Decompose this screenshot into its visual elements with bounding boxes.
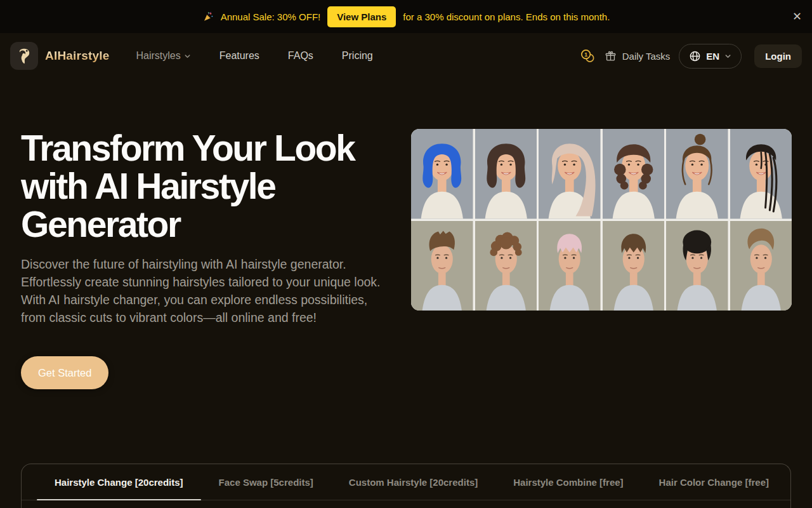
- portrait-platinum-waves: [539, 129, 601, 219]
- portrait-brunette-bob: [475, 129, 537, 219]
- portrait-photo: [603, 129, 665, 219]
- close-icon[interactable]: ✕: [792, 11, 802, 22]
- language-code: EN: [706, 51, 719, 62]
- globe-icon: [689, 50, 701, 62]
- banner-sale-text: Annual Sale: 30% OFF!: [221, 11, 321, 22]
- portrait-photo: [539, 221, 601, 311]
- main-nav: Hairstyles Features FAQs Pricing: [136, 50, 372, 62]
- portrait-pompadour: [730, 221, 792, 311]
- tools-tablist: Hairstyle Change [20credits] Face Swap […: [22, 464, 790, 500]
- title-line-2: with AI Hairstyle: [21, 167, 408, 205]
- portrait-photo: [411, 221, 473, 311]
- gift-icon: [605, 50, 617, 62]
- portrait-photo: [539, 129, 601, 219]
- get-started-button[interactable]: Get Started: [21, 356, 108, 389]
- portrait-photo: [411, 129, 473, 219]
- language-selector[interactable]: EN: [679, 44, 742, 69]
- portrait-braids: [730, 129, 792, 219]
- tab-custom-hairstyle[interactable]: Custom Hairstyle [20credits]: [331, 464, 495, 500]
- portrait-photo: [730, 129, 792, 219]
- nav-faqs[interactable]: FAQs: [288, 50, 313, 62]
- tab-hair-color-change[interactable]: Hair Color Change [free]: [641, 464, 787, 500]
- daily-tasks-label: Daily Tasks: [622, 51, 671, 62]
- portrait-textured-quiff: [411, 221, 473, 311]
- chevron-down-icon: [184, 53, 191, 60]
- credits-coins-icon[interactable]: 1: [580, 48, 596, 64]
- chevron-down-icon: [724, 53, 731, 60]
- tab-hairstyle-combine[interactable]: Hairstyle Combine [free]: [495, 464, 641, 500]
- title-line-3: Generator: [21, 205, 408, 243]
- portrait-curly-top: [475, 221, 537, 311]
- page-title: Transform Your Look with AI Hairstyle Ge…: [21, 129, 408, 243]
- brand-name: AIHairstyle: [45, 49, 109, 63]
- tab-face-swap[interactable]: Face Swap [5credits]: [201, 464, 331, 500]
- title-line-1: Transform Your Look: [21, 129, 408, 167]
- hero-gallery: [411, 129, 792, 311]
- nav-hairstyles[interactable]: Hairstyles: [136, 50, 190, 62]
- banner-detail-text: for a 30% discount on plans. Ends on thi…: [403, 11, 610, 22]
- portrait-photo: [603, 221, 665, 311]
- portrait-pink-fringe: [539, 221, 601, 311]
- portrait-photo: [475, 129, 537, 219]
- daily-tasks-link[interactable]: Daily Tasks: [605, 50, 671, 62]
- party-popper-icon: [202, 11, 214, 22]
- brand-logo-icon: [10, 42, 38, 70]
- portrait-afro: [666, 221, 728, 311]
- portrait-messy-bun: [666, 129, 728, 219]
- nav-hairstyles-label: Hairstyles: [136, 50, 180, 62]
- portrait-photo: [666, 221, 728, 311]
- header-tools: 1 Daily Tasks EN: [580, 44, 802, 69]
- portrait-blue-bob: [411, 129, 473, 219]
- tab-hairstyle-change[interactable]: Hairstyle Change [20credits]: [37, 464, 201, 500]
- hero-section: Transform Your Look with AI Hairstyle Ge…: [21, 129, 408, 389]
- tools-panel: Hairstyle Change [20credits] Face Swap […: [21, 464, 791, 508]
- nav-pricing[interactable]: Pricing: [342, 50, 373, 62]
- portrait-short-fringe: [603, 221, 665, 311]
- nav-features[interactable]: Features: [219, 50, 259, 62]
- site-header: AIHairstyle Hairstyles Features FAQs Pri…: [0, 33, 812, 79]
- portrait-vintage-curls: [603, 129, 665, 219]
- hero-description: Discover the future of hairstyling with …: [21, 255, 395, 326]
- brand[interactable]: AIHairstyle: [10, 42, 109, 70]
- portrait-photo: [730, 221, 792, 311]
- view-plans-button[interactable]: View Plans: [327, 6, 396, 27]
- portrait-photo: [475, 221, 537, 311]
- svg-text:1: 1: [584, 51, 587, 57]
- portrait-photo: [666, 129, 728, 219]
- promo-banner: Annual Sale: 30% OFF! View Plans for a 3…: [0, 0, 812, 33]
- login-button[interactable]: Login: [754, 44, 802, 68]
